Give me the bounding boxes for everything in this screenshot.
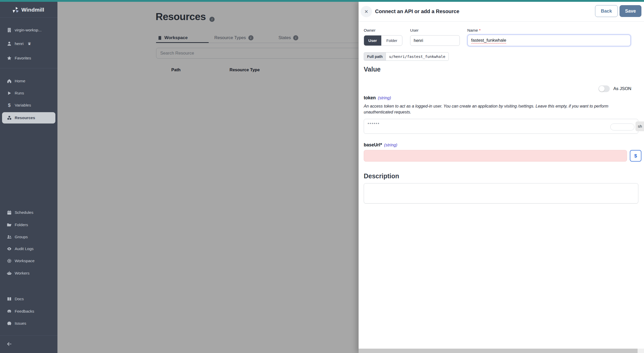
windmill-logo-icon (12, 6, 19, 13)
owner-user-input[interactable]: henri (410, 35, 460, 46)
app-name: Windmill (21, 7, 44, 13)
baseurl-field-label: baseUrl*(string) (364, 142, 397, 148)
users-icon (6, 234, 12, 240)
sidebar-item-variables[interactable]: $ Variables (0, 100, 57, 110)
sidebar: Windmill virgin-worksp... henri ♛ Favori… (0, 0, 57, 353)
sidebar-item-feedbacks[interactable]: Feedbacks (0, 306, 57, 316)
description-textarea[interactable] (364, 183, 638, 204)
top-loading-bar (0, 0, 644, 2)
token-input[interactable]: ****** (364, 119, 638, 134)
full-path-value: u/henri/fastest_funkwhale (386, 52, 448, 60)
name-field-label: Name * (467, 28, 481, 33)
variable-picker-button[interactable]: $ (630, 150, 641, 162)
save-button[interactable]: Save (620, 5, 641, 17)
drawer-header-divider (359, 21, 644, 22)
sidebar-item-home[interactable]: Home (0, 76, 57, 86)
required-asterisk: * (380, 142, 382, 147)
owner-label: Owner (364, 28, 376, 33)
sidebar-item-resources[interactable]: Resources (0, 113, 57, 123)
arrow-left-icon (6, 341, 12, 347)
cubes-icon (6, 115, 12, 121)
eye-icon (6, 246, 12, 252)
description-section-heading: Description (364, 172, 399, 180)
as-json-label: As JSON (613, 86, 631, 91)
sidebar-item-workspace-settings[interactable]: Workspace (0, 256, 57, 266)
sidebar-divider (0, 336, 57, 336)
token-masked-value: ****** (368, 122, 380, 126)
sidebar-item-groups[interactable]: Groups (0, 232, 57, 242)
sidebar-item-folders[interactable]: Folders (0, 220, 57, 230)
crown-icon: ♛ (28, 41, 31, 46)
robot-icon (6, 270, 12, 276)
building-icon (6, 27, 12, 33)
sidebar-item-workspace-switcher[interactable]: virgin-worksp... (0, 25, 57, 35)
gear-icon (6, 258, 12, 264)
sidebar-item-schedules[interactable]: Schedules (0, 207, 57, 218)
discord-icon (6, 308, 12, 314)
full-path-label: Full path (364, 52, 386, 60)
user-icon (6, 41, 12, 47)
sidebar-item-docs[interactable]: Docs (0, 294, 57, 304)
dollar-icon: $ (6, 102, 12, 108)
workspace-name: virgin-worksp... (15, 28, 41, 32)
show-password-chip[interactable]: sh (635, 121, 644, 131)
sidebar-item-user[interactable]: henri ♛ (0, 39, 57, 49)
star-icon (6, 55, 12, 61)
resource-drawer: × Connect an API or add a Resource Back … (359, 2, 644, 353)
book-icon (6, 296, 12, 302)
baseurl-input[interactable] (364, 150, 627, 162)
sidebar-item-favorites[interactable]: Favorites (0, 53, 57, 63)
user-field-label: User (410, 28, 419, 33)
horizontal-scrollbar (359, 349, 644, 353)
as-json-toggle[interactable] (598, 85, 610, 92)
back-button[interactable]: Back (595, 5, 618, 17)
close-icon[interactable]: × (361, 6, 372, 17)
value-section-heading: Value (364, 66, 380, 73)
sidebar-divider (0, 17, 57, 18)
home-icon (6, 78, 12, 84)
token-field-label: token(string) (364, 95, 391, 101)
favorites-label: Favorites (15, 56, 31, 60)
owner-option-folder[interactable]: Folder (381, 36, 402, 46)
github-icon (6, 321, 12, 326)
owner-toggle: User Folder (364, 35, 402, 46)
required-asterisk: * (479, 28, 481, 32)
sidebar-divider (0, 68, 57, 68)
full-path-chip: Full path u/henri/fastest_funkwhale (364, 52, 449, 61)
horizontal-scrollbar-thumb[interactable] (359, 349, 638, 353)
user-name: henri (15, 41, 23, 46)
folder-icon (6, 222, 12, 228)
sidebar-item-runs[interactable]: Runs (0, 88, 57, 98)
resource-name-input[interactable]: fastest_funkwhale (467, 34, 631, 46)
token-field-description: An access token to act as a logged-in us… (364, 103, 624, 115)
play-icon (6, 90, 12, 96)
drawer-title: Connect an API or add a Resource (375, 8, 459, 14)
toggle-knob (599, 86, 605, 92)
sidebar-item-workers[interactable]: Workers (0, 268, 57, 278)
sidebar-collapse-button[interactable] (0, 339, 57, 349)
sidebar-item-audit-logs[interactable]: Audit Logs (0, 244, 57, 254)
token-inline-button[interactable] (610, 123, 634, 130)
calendar-icon (6, 210, 12, 215)
sidebar-item-issues[interactable]: Issues (0, 318, 57, 329)
owner-option-user[interactable]: User (364, 36, 381, 46)
app-logo[interactable]: Windmill (12, 6, 44, 14)
